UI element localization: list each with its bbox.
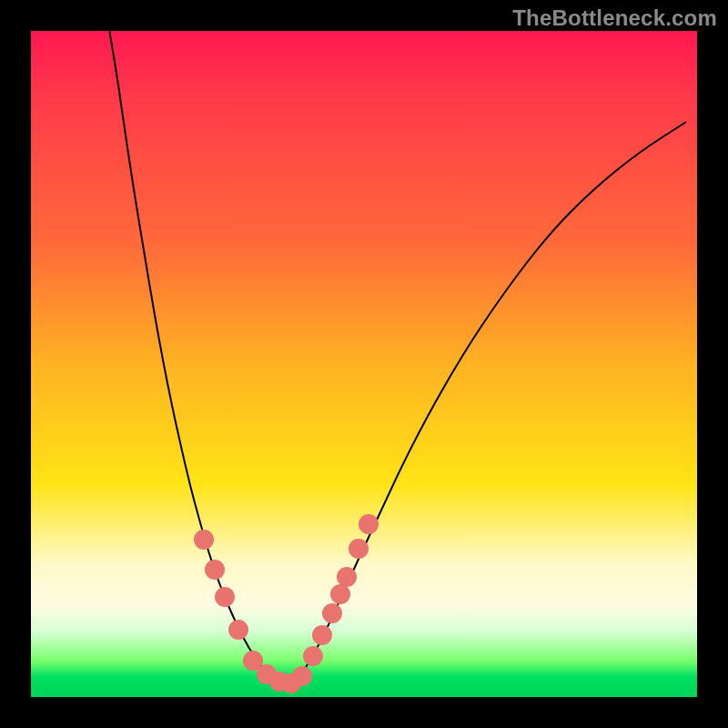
marker-dot <box>330 584 350 604</box>
chart-stage: TheBottleneck.com <box>0 0 728 728</box>
marker-dot <box>349 539 369 559</box>
marker-dot <box>322 603 342 623</box>
marker-dot <box>194 530 214 550</box>
marker-dot <box>292 666 312 686</box>
marker-dot <box>303 646 323 666</box>
marker-dot <box>337 567 357 587</box>
marker-dot <box>312 625 332 645</box>
plot-area <box>31 31 697 697</box>
marker-dot <box>205 560 225 580</box>
chart-overlay-svg <box>31 31 697 697</box>
marker-dot <box>215 587 235 607</box>
marker-dot <box>359 514 379 534</box>
bottleneck-curve <box>108 31 686 684</box>
min-region-dots <box>194 514 379 693</box>
marker-dot <box>228 620 248 640</box>
watermark-text: TheBottleneck.com <box>512 5 717 31</box>
